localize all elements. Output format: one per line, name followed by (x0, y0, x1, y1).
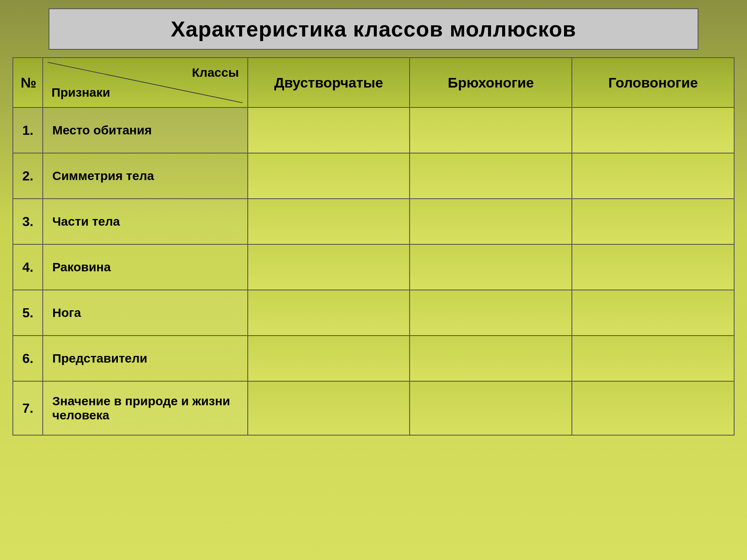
row-cell-2 (410, 199, 572, 244)
row-label: Нога (43, 290, 248, 336)
row-label: Представители (43, 336, 248, 381)
header-diagonal: Классы Признаки (43, 58, 248, 107)
row-cell-2 (410, 107, 572, 153)
row-cell-1 (248, 336, 410, 381)
row-cell-2 (410, 381, 572, 435)
row-number: 6. (13, 336, 43, 381)
title-box: Характеристика классов моллюсков (49, 8, 698, 50)
row-cell-2 (410, 336, 572, 381)
main-table: № Классы Признаки Двустворчатые Брюхоног… (12, 57, 735, 436)
row-cell-1 (248, 381, 410, 435)
page-title: Характеристика классов моллюсков (74, 17, 673, 41)
header-num: № (13, 58, 43, 107)
row-number: 7. (13, 381, 43, 435)
row-number: 2. (13, 153, 43, 199)
row-number: 1. (13, 107, 43, 153)
row-cell-3 (572, 336, 734, 381)
row-cell-2 (410, 153, 572, 199)
table-row: 7.Значение в природе и жизни человека (13, 381, 734, 435)
table-row: 5.Нога (13, 290, 734, 336)
row-number: 5. (13, 290, 43, 336)
row-label: Место обитания (43, 107, 248, 153)
row-cell-1 (248, 290, 410, 336)
row-cell-3 (572, 153, 734, 199)
table-row: 1.Место обитания (13, 107, 734, 153)
header-klassy-label: Классы (192, 66, 239, 80)
row-cell-3 (572, 381, 734, 435)
row-cell-1 (248, 107, 410, 153)
table-row: 2.Симметрия тела (13, 153, 734, 199)
table-header-row: № Классы Признаки Двустворчатые Брюхоног… (13, 58, 734, 107)
row-label: Симметрия тела (43, 153, 248, 199)
row-cell-3 (572, 244, 734, 290)
row-label: Значение в природе и жизни человека (43, 381, 248, 435)
row-cell-3 (572, 199, 734, 244)
row-number: 3. (13, 199, 43, 244)
table-row: 4.Раковина (13, 244, 734, 290)
row-cell-1 (248, 199, 410, 244)
row-label: Раковина (43, 244, 248, 290)
row-cell-1 (248, 153, 410, 199)
row-cell-3 (572, 290, 734, 336)
row-number: 4. (13, 244, 43, 290)
row-cell-2 (410, 244, 572, 290)
row-cell-1 (248, 244, 410, 290)
table-row: 3.Части тела (13, 199, 734, 244)
header-dvustvorchatie: Двустворчатые (248, 58, 410, 107)
row-cell-2 (410, 290, 572, 336)
table-row: 6.Представители (13, 336, 734, 381)
header-golovonogie: Головоногие (572, 58, 734, 107)
header-priznaki-label: Признаки (51, 85, 110, 100)
row-cell-3 (572, 107, 734, 153)
row-label: Части тела (43, 199, 248, 244)
header-bryukhonogie: Брюхоногие (410, 58, 572, 107)
